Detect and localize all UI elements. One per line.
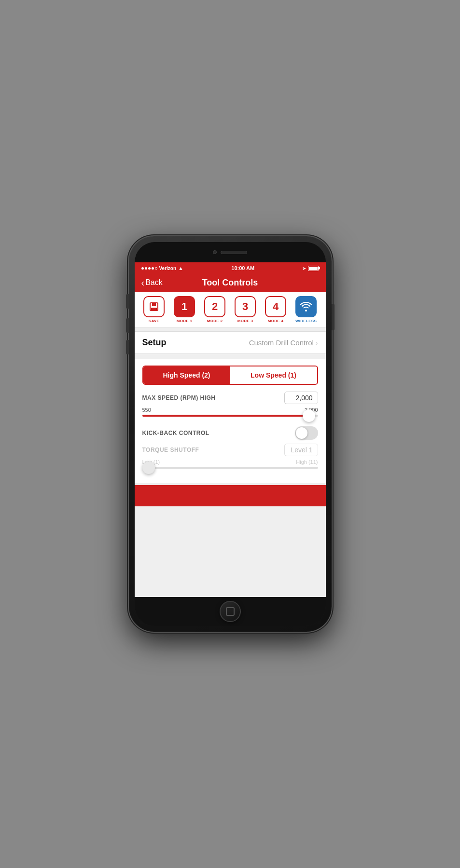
max-speed-slider-thumb[interactable] [303,409,315,422]
location-icon: ➤ [302,266,306,271]
battery-icon [308,266,319,271]
mode2-label: MODE 2 [207,319,223,323]
wireless-icon [300,302,312,312]
high-speed-button[interactable]: High Speed (2) [143,366,230,384]
status-time: 10:00 AM [231,265,254,271]
top-spacer [135,327,326,331]
torque-label: TORQUE SHUTOFF [142,447,199,453]
signal-dot-4 [152,267,154,270]
camera-icon [213,250,217,254]
save-icon [149,301,159,312]
back-chevron-icon: ‹ [141,278,145,287]
status-right: ➤ [302,266,319,271]
setup-value: Custom Drill Control › [249,339,318,347]
mode1-label: MODE 1 [177,319,192,323]
mode2-icon-box: 2 [204,296,225,317]
torque-control: TORQUE SHUTOFF Level 1 Low (1) High (11) [142,444,318,469]
torque-slider-track [142,467,318,469]
page-header: ‹ Back Tool Controls [135,274,326,292]
mode1-button[interactable]: 1 MODE 1 [171,296,198,323]
signal-dot-5 [155,267,157,270]
home-icon [226,607,235,616]
wireless-icon-box [295,296,317,317]
carrier-name: Verizon [159,266,177,271]
app-screen: Verizon ▲ 10:00 AM ➤ ‹ Back Tool Control… [135,262,326,597]
wifi-status-icon: ▲ [178,265,183,271]
mode-toolbar: SAVE 1 MODE 1 2 MODE 2 [135,292,326,327]
mode4-icon: 4 [273,300,279,313]
mode3-icon-box: 3 [235,296,256,317]
battery-fill [309,267,318,270]
torque-value: Level 1 [284,444,318,456]
speed-toggle[interactable]: High Speed (2) Low Speed (1) [142,366,318,385]
setup-row[interactable]: Setup Custom Drill Control › [135,331,326,354]
mode3-icon: 3 [242,300,248,313]
max-speed-slider-track[interactable] [142,415,318,417]
controls-section: High Speed (2) Low Speed (1) MAX SPEED (… [135,359,326,483]
max-speed-min: 550 [142,407,151,413]
torque-header: TORQUE SHUTOFF Level 1 [142,444,318,456]
signal-dot-2 [145,267,147,270]
setup-label: Setup [142,338,167,348]
wireless-button[interactable]: WIRELESS [293,296,320,323]
page-title: Tool Controls [202,278,258,288]
mode4-label: MODE 4 [268,319,283,323]
torque-slider-thumb [142,461,155,474]
back-button[interactable]: ‹ Back [141,278,163,287]
save-button[interactable]: SAVE [140,296,168,323]
speaker-grille [221,251,247,254]
setup-value-text: Custom Drill Control [249,339,314,347]
kickback-label: KICK-BACK CONTROL [142,430,209,436]
mode1-icon: 1 [181,300,187,313]
max-speed-range: 550 2,000 [142,407,318,413]
max-speed-slider-fill [142,415,309,417]
signal-dots [141,267,157,270]
kickback-toggle[interactable] [295,426,318,440]
save-icon-box [143,296,165,317]
max-speed-label: MAX SPEED (RPM) HIGH [142,394,216,401]
main-content: Setup Custom Drill Control › High Speed … [135,327,326,597]
mode3-button[interactable]: 3 MODE 3 [232,296,259,323]
torque-range: Low (1) High (11) [142,459,318,465]
mode4-button[interactable]: 4 MODE 4 [262,296,290,323]
mode1-icon-box: 1 [174,296,195,317]
torque-max: High (11) [296,459,318,465]
max-speed-header: MAX SPEED (RPM) HIGH 2,000 [142,392,318,404]
status-bar: Verizon ▲ 10:00 AM ➤ [135,262,326,274]
home-button[interactable] [220,601,241,622]
svg-rect-2 [151,308,157,311]
svg-rect-1 [152,303,156,306]
back-label: Back [145,278,163,287]
mode3-label: MODE 3 [237,319,253,323]
mode2-icon: 2 [212,300,218,313]
mode2-button[interactable]: 2 MODE 2 [201,296,229,323]
max-speed-control: MAX SPEED (RPM) HIGH 2,000 550 2,000 [142,392,318,417]
bottom-action-bar[interactable] [135,485,326,506]
status-left: Verizon ▲ [141,265,183,271]
phone-frame: Verizon ▲ 10:00 AM ➤ ‹ Back Tool Control… [129,236,332,632]
signal-dot-3 [148,267,151,270]
save-label: SAVE [149,319,159,323]
phone-screen: Verizon ▲ 10:00 AM ➤ ‹ Back Tool Control… [135,242,326,626]
phone-notch [135,242,326,262]
setup-chevron-icon: › [316,339,318,347]
phone-bottom [135,597,326,626]
wireless-label: WIRELESS [295,319,317,323]
mode4-icon-box: 4 [265,296,286,317]
signal-dot-1 [141,267,144,270]
kickback-toggle-thumb [296,427,307,439]
max-speed-value[interactable]: 2,000 [284,392,318,404]
kickback-control-row: KICK-BACK CONTROL [142,424,318,444]
low-speed-button[interactable]: Low Speed (1) [230,366,317,384]
